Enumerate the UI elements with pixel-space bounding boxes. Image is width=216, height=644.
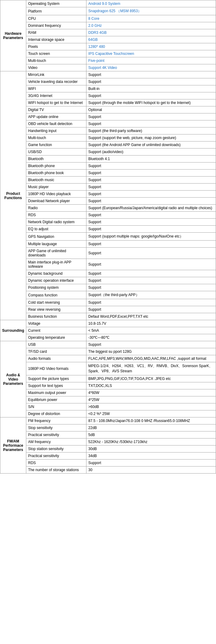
- param-label: Dynamic operation interface: [26, 277, 86, 284]
- param-value: Support: [86, 306, 216, 313]
- param-label: TF/SD card: [26, 348, 86, 355]
- param-value: 30: [86, 467, 216, 474]
- param-value: Support: [86, 170, 216, 177]
- param-value: Support: [86, 191, 216, 198]
- param-label: Degree of distortion: [26, 410, 86, 417]
- param-label: FM frequency: [26, 417, 86, 424]
- param-label: Bluetooth: [26, 156, 86, 163]
- param-value: 5dB: [86, 431, 216, 438]
- param-label: Network Digital radio system: [26, 219, 86, 226]
- param-value: Support: [86, 270, 216, 277]
- param-label: The number of storage stations: [26, 467, 86, 474]
- param-value: Support: [86, 277, 216, 284]
- param-label: Multi-touch: [26, 134, 86, 141]
- param-value: 2.0 GHz: [86, 22, 216, 29]
- param-value: Defaut Word,PDF,Excel,PPT,TXT etc: [86, 313, 216, 320]
- param-label: Digital TV: [26, 106, 86, 113]
- param-value: Support: [86, 226, 216, 233]
- param-value: 4*25W: [86, 396, 216, 403]
- param-label: USB/SD: [26, 148, 86, 156]
- param-label: RAM: [26, 29, 86, 36]
- param-label: Business function: [26, 313, 86, 320]
- param-label: Platform: [26, 7, 86, 15]
- param-value: Support（the third-party APP）: [86, 291, 216, 299]
- param-value: Android 9.0 System: [86, 0, 216, 7]
- param-label: Practical sensitivity: [26, 431, 86, 438]
- param-value: Support: [86, 78, 216, 85]
- param-value: Support: [86, 284, 216, 291]
- param-value: Built-in: [86, 85, 216, 92]
- param-label: GPS Navigation: [26, 233, 86, 241]
- param-label: Game function: [26, 141, 86, 148]
- param-label: Practical sensitivity: [26, 453, 86, 460]
- param-value: TXT,DOC,XLS: [86, 382, 216, 389]
- param-label: Vehicle traveling data recorder: [26, 78, 86, 85]
- param-value: Support: [86, 299, 216, 306]
- param-label: Equilibrium power: [26, 396, 86, 403]
- param-label: Radio: [26, 205, 86, 212]
- param-label: Multiple lauguage: [26, 241, 86, 248]
- param-value: MPEG-1/2/4、H264、H263、VC1、RV、RMVB、DivX、So…: [86, 362, 216, 375]
- param-value: Support: [86, 184, 216, 191]
- param-label: Cold start reversing: [26, 299, 86, 306]
- param-value: 8 Core: [86, 15, 216, 22]
- param-value: Bluetooth 4.1: [86, 156, 216, 163]
- param-value: Support 4K Video: [86, 64, 216, 71]
- param-value: 22dB: [86, 424, 216, 431]
- param-label: S/N: [26, 403, 86, 410]
- param-label: Music player: [26, 184, 86, 191]
- param-label: Rear view reversing: [26, 306, 86, 313]
- section-label: Surrounding: [0, 320, 26, 341]
- param-value: >60dB: [86, 403, 216, 410]
- param-value: 87.5 - 108.0Mhz/Japan76.0-108 0 MHZ /Rus…: [86, 417, 216, 424]
- param-label: Compass function: [26, 291, 86, 299]
- param-value: Support: [86, 219, 216, 226]
- param-value: Support: [86, 113, 216, 120]
- param-value: BMP,JPG,PNG,GIF,ICO,TIF,TGGA,PCX .JPEG e…: [86, 375, 216, 382]
- param-value: Snapdragon 625 （MSM 8953）: [86, 7, 216, 15]
- param-label: APP Game of unlimited downloads: [26, 248, 86, 259]
- param-value: Support: [86, 212, 216, 219]
- param-value: Support: [86, 460, 216, 467]
- param-label: EQ to adjust: [26, 226, 86, 233]
- param-label: OBD vehicle fault detection: [26, 120, 86, 127]
- param-value: Support (the third-party software): [86, 127, 216, 134]
- section-label: FM/AM Performace Parameters: [0, 417, 26, 474]
- param-label: CPU: [26, 15, 86, 22]
- param-label: Download Network player: [26, 198, 86, 205]
- param-value: 4*60W: [86, 389, 216, 396]
- param-value: < 5mA: [86, 327, 216, 334]
- param-value: Support: [86, 248, 216, 259]
- param-value: Support (audio/video): [86, 148, 216, 156]
- param-label: 1080P HD Video playback: [26, 191, 86, 198]
- param-value: Support (support the web, picture, map z…: [86, 134, 216, 141]
- param-label: USB: [26, 341, 86, 348]
- param-value: <0.2 %* 25W: [86, 410, 216, 417]
- param-value: -30℃—80℃: [86, 334, 216, 341]
- section-label: Audio & Video Parameters: [0, 341, 26, 417]
- param-value: The biggest su pport 128G: [86, 348, 216, 355]
- param-label: Internal storage space: [26, 36, 86, 43]
- param-value: 30dB: [86, 445, 216, 453]
- param-label: MirrorLink: [26, 71, 86, 78]
- param-value: Support: [86, 341, 216, 348]
- param-value: DDR3 4GB: [86, 29, 216, 36]
- param-label: Current: [26, 327, 86, 334]
- param-label: Video: [26, 64, 86, 71]
- param-value: 10.8-15.7V: [86, 320, 216, 327]
- param-label: RDS: [26, 212, 86, 219]
- param-value: Optional: [86, 106, 216, 113]
- param-value: Support: [86, 163, 216, 170]
- param-value: Support: [86, 177, 216, 184]
- param-value: Support (support multiple maps: google/I…: [86, 233, 216, 241]
- param-label: Operating temperature: [26, 334, 86, 341]
- param-value: 64GB: [86, 36, 216, 43]
- section-label: Product Functions: [0, 71, 26, 320]
- param-label: Bluetooth music: [26, 177, 86, 184]
- param-label: 3G/4G Internet: [26, 92, 86, 99]
- param-label: Opereating System: [26, 0, 86, 7]
- param-value: IPS Capacitive Touchscreen: [86, 50, 216, 57]
- param-value: Support (through the mobile WIFI hotspot…: [86, 99, 216, 106]
- param-label: APP update online: [26, 113, 86, 120]
- param-label: Stop station sensitvity: [26, 445, 86, 453]
